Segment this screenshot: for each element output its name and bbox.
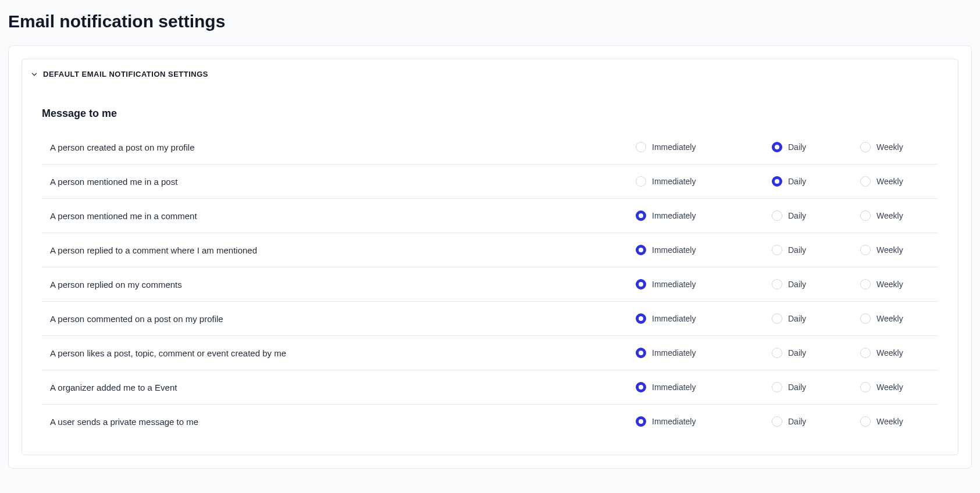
option-immediately[interactable]: Immediately [636, 142, 772, 152]
setting-label: A person mentioned me in a comment [50, 211, 636, 221]
frequency-options: ImmediatelyDailyWeekly [636, 142, 930, 152]
setting-label: A user sends a private message to me [50, 417, 636, 427]
settings-rows: A person created a post on my profileImm… [42, 130, 938, 438]
option-weekly[interactable]: Weekly [860, 382, 930, 392]
radio-immediately[interactable] [636, 176, 646, 187]
option-daily[interactable]: Daily [772, 210, 860, 221]
option-weekly[interactable]: Weekly [860, 313, 930, 324]
radio-weekly[interactable] [860, 313, 871, 324]
option-label: Immediately [652, 280, 696, 289]
radio-immediately[interactable] [636, 142, 646, 152]
setting-label: A person replied to a comment where I am… [50, 245, 636, 255]
option-label: Immediately [652, 211, 696, 220]
option-label: Daily [788, 383, 806, 392]
setting-label: A person likes a post, topic, comment or… [50, 348, 636, 358]
option-daily[interactable]: Daily [772, 313, 860, 324]
option-weekly[interactable]: Weekly [860, 416, 930, 427]
frequency-options: ImmediatelyDailyWeekly [636, 279, 930, 290]
option-weekly[interactable]: Weekly [860, 245, 930, 255]
setting-label: A organizer added me to a Event [50, 383, 636, 392]
option-immediately[interactable]: Immediately [636, 416, 772, 427]
option-label: Weekly [876, 348, 903, 358]
radio-daily[interactable] [772, 245, 782, 255]
radio-weekly[interactable] [860, 142, 871, 152]
option-weekly[interactable]: Weekly [860, 348, 930, 358]
option-weekly[interactable]: Weekly [860, 142, 930, 152]
option-label: Weekly [876, 142, 903, 152]
option-label: Immediately [652, 142, 696, 152]
option-label: Daily [788, 177, 806, 186]
option-weekly[interactable]: Weekly [860, 210, 930, 221]
frequency-options: ImmediatelyDailyWeekly [636, 210, 930, 221]
chevron-down-icon [30, 70, 38, 78]
radio-daily[interactable] [772, 176, 782, 187]
radio-weekly[interactable] [860, 245, 871, 255]
radio-daily[interactable] [772, 416, 782, 427]
frequency-options: ImmediatelyDailyWeekly [636, 313, 930, 324]
radio-weekly[interactable] [860, 279, 871, 290]
radio-daily[interactable] [772, 279, 782, 290]
radio-weekly[interactable] [860, 416, 871, 427]
radio-daily[interactable] [772, 382, 782, 392]
option-label: Weekly [876, 177, 903, 186]
option-immediately[interactable]: Immediately [636, 245, 772, 255]
option-daily[interactable]: Daily [772, 348, 860, 358]
setting-label: A person created a post on my profile [50, 142, 636, 152]
option-daily[interactable]: Daily [772, 279, 860, 290]
radio-weekly[interactable] [860, 210, 871, 221]
panel-body: Message to me A person created a post on… [22, 89, 958, 455]
radio-daily[interactable] [772, 210, 782, 221]
option-label: Immediately [652, 245, 696, 255]
setting-row: A user sends a private message to meImme… [42, 405, 938, 438]
setting-label: A person commented on a post on my profi… [50, 314, 636, 324]
radio-daily[interactable] [772, 348, 782, 358]
radio-immediately[interactable] [636, 210, 646, 221]
option-immediately[interactable]: Immediately [636, 176, 772, 187]
option-daily[interactable]: Daily [772, 176, 860, 187]
option-label: Immediately [652, 383, 696, 392]
setting-row: A person mentioned me in a postImmediate… [42, 165, 938, 199]
option-weekly[interactable]: Weekly [860, 279, 930, 290]
radio-immediately[interactable] [636, 348, 646, 358]
radio-weekly[interactable] [860, 176, 871, 187]
option-immediately[interactable]: Immediately [636, 348, 772, 358]
radio-weekly[interactable] [860, 348, 871, 358]
radio-immediately[interactable] [636, 279, 646, 290]
option-label: Daily [788, 314, 806, 323]
radio-daily[interactable] [772, 142, 782, 152]
option-label: Weekly [876, 211, 903, 220]
option-daily[interactable]: Daily [772, 245, 860, 255]
frequency-options: ImmediatelyDailyWeekly [636, 176, 930, 187]
option-label: Immediately [652, 417, 696, 426]
radio-daily[interactable] [772, 313, 782, 324]
option-label: Weekly [876, 383, 903, 392]
radio-immediately[interactable] [636, 382, 646, 392]
option-label: Daily [788, 142, 806, 152]
frequency-options: ImmediatelyDailyWeekly [636, 416, 930, 427]
option-label: Immediately [652, 314, 696, 323]
option-daily[interactable]: Daily [772, 142, 860, 152]
option-immediately[interactable]: Immediately [636, 382, 772, 392]
radio-immediately[interactable] [636, 245, 646, 255]
option-immediately[interactable]: Immediately [636, 279, 772, 290]
panel-toggle[interactable]: DEFAULT EMAIL NOTIFICATION SETTINGS [22, 59, 958, 89]
setting-row: A person commented on a post on my profi… [42, 302, 938, 336]
option-label: Daily [788, 417, 806, 426]
option-label: Daily [788, 280, 806, 289]
page-title: Email notification settings [8, 0, 972, 45]
option-weekly[interactable]: Weekly [860, 176, 930, 187]
option-label: Weekly [876, 314, 903, 323]
setting-label: A person mentioned me in a post [50, 177, 636, 187]
radio-immediately[interactable] [636, 313, 646, 324]
option-daily[interactable]: Daily [772, 382, 860, 392]
option-label: Weekly [876, 245, 903, 255]
option-daily[interactable]: Daily [772, 416, 860, 427]
option-label: Weekly [876, 417, 903, 426]
radio-weekly[interactable] [860, 382, 871, 392]
radio-immediately[interactable] [636, 416, 646, 427]
frequency-options: ImmediatelyDailyWeekly [636, 382, 930, 392]
default-settings-panel: DEFAULT EMAIL NOTIFICATION SETTINGS Mess… [22, 59, 958, 455]
panel-title: DEFAULT EMAIL NOTIFICATION SETTINGS [43, 70, 208, 78]
option-immediately[interactable]: Immediately [636, 210, 772, 221]
option-immediately[interactable]: Immediately [636, 313, 772, 324]
